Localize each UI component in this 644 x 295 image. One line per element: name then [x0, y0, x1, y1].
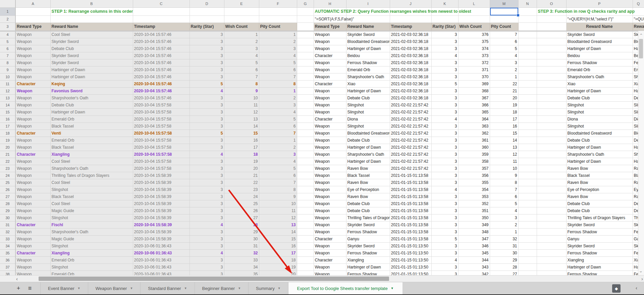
cell-A29[interactable]: Weapon [15, 207, 50, 214]
cell-N10[interactable] [518, 73, 537, 80]
cell-I35[interactable]: Ferrous Shadow [346, 249, 390, 256]
cell-E23[interactable]: 20 [224, 165, 259, 172]
cell-J33[interactable]: 2021-01-15 01:13:58 [390, 235, 431, 242]
cell-B14[interactable]: Debate Club [50, 101, 133, 108]
cell-P34[interactable]: Skyrider Sword [566, 242, 633, 249]
cell-A24[interactable]: Weapon [15, 172, 50, 179]
cell-D12[interactable]: 4 [190, 87, 224, 94]
cell-O8[interactable] [537, 59, 566, 66]
cell-F14[interactable]: 3 [259, 101, 297, 108]
cell-K9[interactable]: 3 [431, 66, 458, 73]
cell-I31[interactable]: Skyrider Sword [346, 221, 390, 228]
cell-K22[interactable]: 3 [431, 158, 458, 165]
cell-P35[interactable]: Ferrous Shadow [566, 249, 633, 256]
cell-Q3[interactable]: Reward Name [633, 22, 644, 31]
cell-K7[interactable]: 4 [431, 52, 458, 59]
cell-O37[interactable] [537, 263, 566, 271]
cell-G2[interactable] [297, 15, 314, 22]
cell-P21[interactable]: Sharpshooter's Oath [566, 151, 633, 158]
cell-J4[interactable]: 2021-02-03 02:36:18 [390, 31, 431, 38]
cell-O23[interactable] [537, 165, 566, 172]
cell-C11[interactable]: 2020-10-04 15:57:46 [133, 80, 190, 87]
cell-L19[interactable]: 361 [458, 137, 490, 144]
cell-H23[interactable]: Weapon [314, 165, 346, 172]
cell-G19[interactable] [297, 137, 314, 144]
column-header-M[interactable]: M [490, 0, 518, 7]
cell-H8[interactable]: Weapon [314, 59, 346, 66]
cell-N22[interactable] [518, 158, 537, 165]
cell-O2[interactable] [537, 15, 566, 22]
cell-N27[interactable] [518, 193, 537, 200]
cell-D25[interactable]: 3 [190, 179, 224, 186]
cell-D4[interactable]: 3 [190, 31, 224, 38]
cell-J7[interactable]: 2021-02-03 02:36:18 [390, 52, 431, 59]
cell-B23[interactable]: Sharpshooter's Oath [50, 165, 133, 172]
cell-C14[interactable]: 2020-10-04 15:57:58 [133, 101, 190, 108]
cell-A9[interactable]: Weapon [15, 66, 50, 73]
row-header-27[interactable]: 27 [0, 193, 15, 200]
cell-E8[interactable]: 5 [224, 59, 259, 66]
all-sheets-menu-button[interactable]: ≡ [24, 282, 36, 294]
row-header-36[interactable]: 36 [0, 256, 15, 263]
cell-P20[interactable]: Harbinger of Dawn [566, 144, 633, 151]
cell-M33[interactable]: 32 [490, 235, 518, 242]
cell-L21[interactable]: 359 [458, 151, 490, 158]
cell-A33[interactable]: Weapon [15, 235, 50, 242]
row-header-1[interactable]: 1 [0, 7, 15, 15]
cell-A17[interactable]: Weapon [15, 122, 50, 130]
horizontal-scrollbar[interactable]: ‹ › [0, 275, 644, 282]
cell-I5[interactable]: Bloodtainted Greatsword [346, 38, 390, 45]
row-header-37[interactable]: 37 [0, 263, 15, 271]
cell-C1[interactable] [133, 7, 190, 15]
row-header-24[interactable]: 24 [0, 172, 15, 179]
cell-E10[interactable]: 7 [224, 73, 259, 80]
cell-K20[interactable]: 3 [431, 144, 458, 151]
cell-K4[interactable]: 3 [431, 31, 458, 38]
cell-P38[interactable]: Ferrous Shadow [566, 271, 633, 275]
cell-J9[interactable]: 2021-02-03 02:36:18 [390, 66, 431, 73]
cell-L29[interactable]: 351 [458, 207, 490, 214]
cell-E31[interactable]: 28 [224, 221, 259, 228]
cell-A31[interactable]: Character [15, 221, 50, 228]
cell-A4[interactable]: Weapon [15, 31, 50, 38]
cell-A25[interactable]: Weapon [15, 179, 50, 186]
column-header-F[interactable]: F [259, 0, 297, 7]
cell-A22[interactable]: Weapon [15, 158, 50, 165]
cell-C37[interactable]: 2020-10-06 01:36:43 [133, 263, 190, 271]
cell-B27[interactable]: Black Tassel [50, 193, 133, 200]
cell-D33[interactable]: 3 [190, 235, 224, 242]
cell-D10[interactable]: 3 [190, 73, 224, 80]
cell-B19[interactable]: Emerald Orb [50, 137, 133, 144]
cell-B33[interactable]: Magic Guide [50, 235, 133, 242]
cell-I29[interactable]: Debate Club [346, 207, 390, 214]
cell-N36[interactable] [518, 256, 537, 263]
cell-E9[interactable]: 6 [224, 66, 259, 73]
cell-N5[interactable] [518, 38, 537, 45]
cell-K24[interactable]: 3 [431, 172, 458, 179]
cell-H18[interactable]: Weapon [314, 130, 346, 137]
cell-P31[interactable]: Skyrider Sword [566, 221, 633, 228]
cell-I3[interactable]: Reward Name [346, 22, 390, 31]
cell-L12[interactable]: 368 [458, 87, 490, 94]
cell-K3[interactable]: Rarity (Star) [431, 22, 458, 31]
cell-H38[interactable]: Weapon [314, 271, 346, 275]
cell-F15[interactable]: 4 [259, 108, 297, 115]
cell-H27[interactable]: Weapon [314, 193, 346, 200]
cell-F2[interactable] [259, 15, 297, 22]
cell-F17[interactable]: 6 [259, 122, 297, 130]
cell-D37[interactable]: 3 [190, 263, 224, 271]
cell-I30[interactable]: Thrilling Tales of Dragon Slayers [346, 214, 390, 221]
cell-H4[interactable]: Weapon [314, 31, 346, 38]
cell-K26[interactable]: 4 [431, 186, 458, 193]
cell-B16[interactable]: Emerald Orb [50, 115, 133, 122]
cell-D27[interactable]: 3 [190, 193, 224, 200]
tab-dropdown-icon[interactable]: ▼ [238, 287, 241, 290]
cell-D31[interactable]: 4 [190, 221, 224, 228]
cell-L8[interactable]: 372 [458, 59, 490, 66]
cell-Q2[interactable]: "=QUERY [633, 15, 644, 22]
cell-L35[interactable]: 345 [458, 249, 490, 256]
cell-J29[interactable]: 2021-01-15 01:13:58 [390, 207, 431, 214]
vertical-scrollbar-thumb[interactable] [639, 39, 643, 58]
cell-N20[interactable] [518, 144, 537, 151]
cell-G29[interactable] [297, 207, 314, 214]
